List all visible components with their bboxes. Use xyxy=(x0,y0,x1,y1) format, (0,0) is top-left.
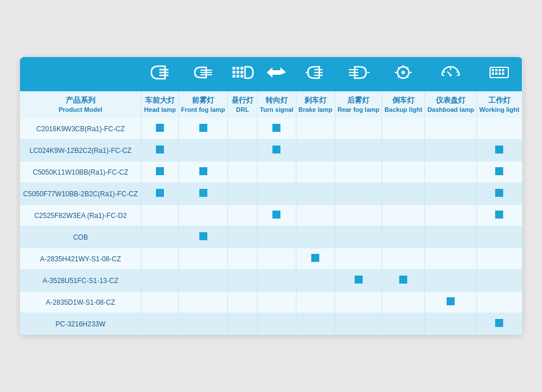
feature-cell xyxy=(477,118,522,140)
column-header-row: 产品系列 Product Model 车前大灯 Head lamp 前雾灯 Fr… xyxy=(20,91,523,118)
feature-dot xyxy=(311,254,319,262)
feature-cell xyxy=(258,183,296,205)
table-row: A-2835D1W-S1-08-CZ xyxy=(20,292,523,313)
feature-dot xyxy=(447,297,455,305)
headlamp-icon-cell xyxy=(142,57,179,91)
feature-cell xyxy=(382,140,425,161)
svg-rect-14 xyxy=(240,75,243,78)
feature-cell xyxy=(258,313,296,335)
feature-cell xyxy=(425,183,477,205)
worklight-icon-cell xyxy=(477,57,522,91)
table-row: C2016K9W3CB(Ra1)-FC-CZ xyxy=(20,118,523,140)
feature-cell xyxy=(425,227,477,248)
feature-cell xyxy=(258,227,296,248)
feature-cell xyxy=(142,292,179,313)
feature-cell xyxy=(258,161,296,183)
rearfog-icon-cell xyxy=(335,57,382,91)
feature-dot xyxy=(495,189,503,197)
feature-cell xyxy=(296,140,335,161)
feature-cell xyxy=(296,118,335,140)
feature-cell xyxy=(228,183,258,205)
feature-dot xyxy=(495,167,503,175)
worklight-header: 工作灯 Working light xyxy=(477,91,522,118)
feature-cell xyxy=(477,248,522,270)
svg-rect-8 xyxy=(240,67,243,70)
model-cell: A-3528U51FC-S1-13-CZ xyxy=(20,270,142,292)
headlamp-header: 车前大灯 Head lamp xyxy=(142,91,179,118)
feature-cell xyxy=(142,183,179,205)
feature-cell xyxy=(179,183,228,205)
table-row: C5050K11W10BB(Ra1)-FC-CZ xyxy=(20,161,523,183)
svg-rect-45 xyxy=(502,69,504,71)
feature-cell xyxy=(258,292,296,313)
feature-cell xyxy=(382,118,425,140)
feature-cell xyxy=(425,140,477,161)
model-cell: C2016K9W3CB(Ra1)-FC-CZ xyxy=(20,118,142,140)
table-row: COB xyxy=(20,227,523,248)
table-body: C2016K9W3CB(Ra1)-FC-CZLC024K9W-12B2C2(Ra… xyxy=(20,118,523,335)
feature-cell xyxy=(425,205,477,227)
feature-cell xyxy=(382,270,425,292)
main-table-wrapper: 产品系列 Product Model 车前大灯 Head lamp 前雾灯 Fr… xyxy=(20,57,523,335)
svg-rect-47 xyxy=(495,72,497,75)
feature-cell xyxy=(296,161,335,183)
empty-header-icon xyxy=(20,57,142,91)
turn-header: 转向灯 Turn signal xyxy=(258,91,296,118)
feature-cell xyxy=(477,205,522,227)
feature-cell xyxy=(335,292,382,313)
icon-header-row xyxy=(20,57,523,91)
feature-cell xyxy=(228,292,258,313)
feature-cell xyxy=(228,205,258,227)
feature-dot xyxy=(199,124,207,132)
feature-cell xyxy=(382,205,425,227)
feature-dot xyxy=(199,232,207,240)
feature-dot xyxy=(355,276,363,284)
feature-cell xyxy=(258,270,296,292)
table-row: PC-3216H233W xyxy=(20,313,523,335)
backup-header: 倒车灯 Backup light xyxy=(382,91,425,118)
svg-rect-48 xyxy=(499,72,501,75)
turn-icon-cell xyxy=(258,57,296,91)
model-cell: C5050F77W10BB-2B2C(Ra1)-FC-CZ xyxy=(20,183,142,205)
feature-cell xyxy=(142,140,179,161)
feature-cell xyxy=(382,292,425,313)
feature-cell xyxy=(179,118,228,140)
model-cell: C5050K11W10BB(Ra1)-FC-CZ xyxy=(20,161,142,183)
feature-cell xyxy=(258,118,296,140)
svg-point-26 xyxy=(402,71,405,74)
feature-cell xyxy=(335,118,382,140)
feature-cell xyxy=(179,292,228,313)
fogfront-header: 前雾灯 Front fog lamp xyxy=(179,91,228,118)
feature-cell xyxy=(228,227,258,248)
svg-rect-13 xyxy=(236,75,239,78)
svg-rect-7 xyxy=(236,67,239,70)
feature-cell xyxy=(228,118,258,140)
feature-cell xyxy=(382,183,425,205)
feature-cell xyxy=(179,227,228,248)
feature-dot xyxy=(495,146,503,153)
table-row: C2525F82W3EA (Ra1)-FC-D2 xyxy=(20,205,523,227)
svg-line-38 xyxy=(456,71,458,72)
feature-dot xyxy=(272,211,280,219)
feature-cell xyxy=(335,313,382,335)
feature-cell xyxy=(382,227,425,248)
feature-cell xyxy=(335,227,382,248)
feature-cell xyxy=(335,270,382,292)
svg-rect-43 xyxy=(495,69,497,71)
feature-cell xyxy=(335,161,382,183)
feature-dot xyxy=(156,124,164,132)
feature-cell xyxy=(228,313,258,335)
feature-cell xyxy=(477,227,522,248)
drl-icon-cell xyxy=(228,57,258,91)
feature-cell xyxy=(142,161,179,183)
feature-cell xyxy=(382,161,425,183)
feature-cell xyxy=(425,292,477,313)
feature-dot xyxy=(399,276,407,284)
feature-cell xyxy=(425,313,477,335)
feature-cell xyxy=(296,248,335,270)
feature-cell xyxy=(296,270,335,292)
feature-cell xyxy=(296,183,335,205)
backup-icon-cell xyxy=(382,57,425,91)
feature-cell xyxy=(477,183,522,205)
feature-cell xyxy=(382,248,425,270)
